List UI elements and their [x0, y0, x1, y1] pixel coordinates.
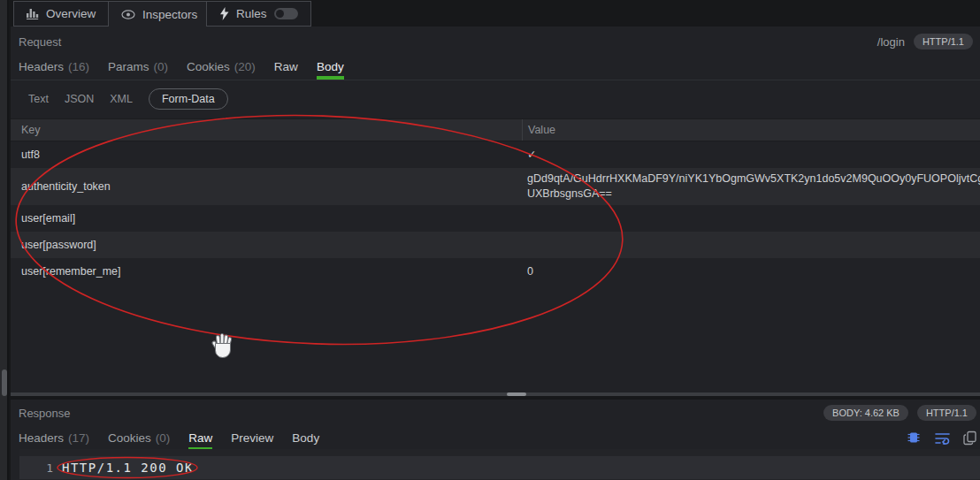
- tab-rules[interactable]: Rules: [206, 1, 311, 27]
- table-row[interactable]: authenticity_token gDd9qtA/GuHdrrHXKMaDF…: [11, 168, 980, 205]
- copy-icon[interactable]: [962, 430, 978, 446]
- tab-inspectors-label: Inspectors: [142, 8, 197, 21]
- form-key: user[email]: [11, 212, 522, 225]
- raw-response-view[interactable]: 1 HTTP/1.1 200 OK: [19, 449, 980, 480]
- response-tab-cookies[interactable]: Cookies (0): [108, 424, 170, 451]
- body-view-json[interactable]: JSON: [65, 93, 94, 105]
- form-value: 0: [522, 264, 980, 279]
- form-key: user[remember_me]: [11, 265, 522, 278]
- response-protocol-badge: HTTP/1.1: [917, 405, 976, 421]
- request-tab-headers[interactable]: Headers (16): [19, 53, 89, 80]
- encoder-chip-icon[interactable]: [906, 430, 922, 446]
- response-tabs: Headers (17) Cookies (0) Raw Preview Bod…: [11, 424, 980, 451]
- left-scrollbar[interactable]: [0, 0, 9, 480]
- form-key: user[password]: [11, 239, 522, 251]
- request-header: Request /login HTTP/1.1: [11, 27, 980, 51]
- response-panel: Response BODY: 4.62 KB HTTP/1.1 Headers …: [11, 400, 980, 480]
- column-header-value: Value: [522, 119, 980, 141]
- response-tab-raw[interactable]: Raw: [188, 424, 212, 451]
- table-row[interactable]: user[email]: [11, 205, 980, 232]
- form-key: authenticity_token: [11, 180, 522, 193]
- tab-inspectors[interactable]: Inspectors: [108, 1, 211, 27]
- horizontal-scrollbar[interactable]: [11, 392, 980, 396]
- request-path: /login: [877, 35, 905, 49]
- form-data-table-header: Key Value: [11, 118, 980, 141]
- tab-overview-label: Overview: [46, 7, 96, 20]
- form-value: ✓: [522, 148, 980, 163]
- table-row[interactable]: utf8 ✓: [11, 141, 980, 168]
- table-row[interactable]: user[remember_me] 0: [11, 258, 980, 285]
- column-header-key: Key: [11, 124, 522, 136]
- form-key: utf8: [11, 149, 522, 161]
- word-wrap-icon[interactable]: [934, 430, 950, 446]
- status-line: HTTP/1.1 200 OK: [62, 461, 194, 475]
- request-title: Request: [19, 35, 61, 49]
- eye-icon: [121, 10, 135, 19]
- response-tab-headers[interactable]: Headers (17): [19, 424, 89, 451]
- bar-chart-icon: [27, 8, 39, 19]
- response-body-size-badge: BODY: 4.62 KB: [823, 405, 908, 421]
- response-tab-body[interactable]: Body: [292, 424, 319, 451]
- response-tab-preview[interactable]: Preview: [231, 424, 273, 451]
- request-tab-raw[interactable]: Raw: [274, 53, 298, 80]
- token-line-2: UXBrbsgnsGA==: [527, 187, 980, 202]
- form-data-table: Key Value utf8 ✓ authenticity_token gDd9…: [11, 118, 980, 285]
- lightning-icon: [219, 7, 229, 20]
- request-tab-params[interactable]: Params (0): [108, 53, 168, 80]
- response-header: Response BODY: 4.62 KB HTTP/1.1: [11, 400, 980, 424]
- rules-toggle-knob: [276, 10, 284, 18]
- body-view-xml[interactable]: XML: [110, 93, 133, 105]
- table-row[interactable]: user[password]: [11, 232, 980, 258]
- tab-rules-label: Rules: [236, 7, 267, 20]
- request-tab-body[interactable]: Body: [317, 53, 344, 80]
- line-number: 1: [19, 461, 62, 475]
- rules-toggle[interactable]: [274, 8, 298, 19]
- response-title: Response: [19, 407, 71, 420]
- request-tab-cookies[interactable]: Cookies (20): [187, 53, 256, 80]
- body-view-text[interactable]: Text: [28, 93, 49, 105]
- request-protocol-badge: HTTP/1.1: [914, 34, 973, 50]
- form-value: gDd9qtA/GuHdrrHXKMaDF9Y/niYK1YbOgmGWv5XT…: [522, 171, 980, 202]
- horizontal-scrollbar-thumb[interactable]: [507, 392, 526, 396]
- left-scrollbar-thumb[interactable]: [2, 370, 7, 396]
- code-line: 1 HTTP/1.1 200 OK: [19, 456, 980, 479]
- tab-overview[interactable]: Overview: [13, 1, 109, 27]
- top-tab-bar: Overview Inspectors Rules: [11, 0, 980, 27]
- request-tabs: Headers (16) Params (0) Cookies (20) Raw…: [11, 53, 980, 80]
- body-view-form-data[interactable]: Form-Data: [149, 88, 228, 110]
- request-panel: Request /login HTTP/1.1 Headers (16) Par…: [11, 27, 980, 392]
- body-view-switcher: Text JSON XML Form-Data: [11, 80, 980, 117]
- token-line-1: gDd9qtA/GuHdrrHXKMaDF9Y/niYK1YbOgmGWv5XT…: [527, 171, 980, 187]
